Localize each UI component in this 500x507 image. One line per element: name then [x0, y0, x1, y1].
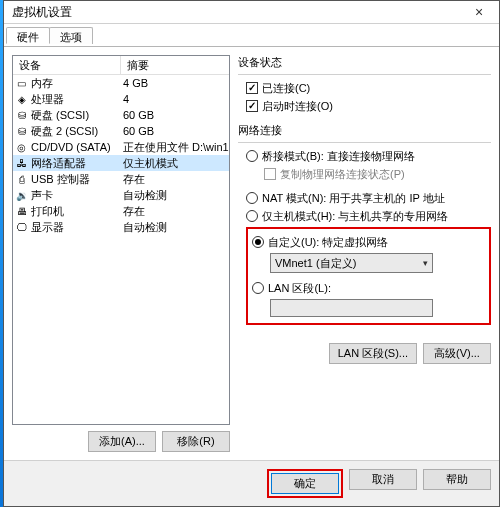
lan-segment-field	[270, 299, 433, 317]
custom-network-value: VMnet1 (自定义)	[275, 256, 356, 271]
device-summary: 自动检测	[121, 188, 229, 203]
device-summary: 存在	[121, 172, 229, 187]
custom-network-select[interactable]: VMnet1 (自定义) ▾	[270, 253, 433, 273]
replicate-checkbox: 复制物理网络连接状态(P)	[264, 165, 491, 183]
device-name: 内存	[31, 76, 53, 91]
device-row[interactable]: 🖵显示器自动检测	[13, 219, 229, 235]
device-summary: 自动检测	[121, 220, 229, 235]
bridged-radio[interactable]: 桥接模式(B): 直接连接物理网络	[246, 147, 491, 165]
display-icon: 🖵	[15, 221, 28, 234]
device-summary: 4 GB	[121, 77, 229, 89]
device-row[interactable]: ▭内存4 GB	[13, 75, 229, 91]
ok-button[interactable]: 确定	[271, 473, 339, 494]
custom-network-highlight: 自定义(U): 特定虚拟网络 VMnet1 (自定义) ▾ LAN 区段(L):	[246, 227, 491, 325]
tab-options[interactable]: 选项	[49, 27, 93, 44]
checkbox-icon	[246, 82, 258, 94]
device-summary: 60 GB	[121, 109, 229, 121]
device-row[interactable]: ⛁硬盘 (SCSI)60 GB	[13, 107, 229, 123]
help-button[interactable]: 帮助	[423, 469, 491, 490]
device-name: USB 控制器	[31, 172, 90, 187]
titlebar: 虚拟机设置 ×	[4, 1, 499, 24]
device-name: 硬盘 2 (SCSI)	[31, 124, 98, 139]
device-summary: 仅主机模式	[121, 156, 229, 171]
device-row[interactable]: 🔉声卡自动检测	[13, 187, 229, 203]
device-row[interactable]: ⛁硬盘 2 (SCSI)60 GB	[13, 123, 229, 139]
cancel-button[interactable]: 取消	[349, 469, 417, 490]
radio-icon	[246, 210, 258, 222]
tab-bar: 硬件 选项	[4, 24, 499, 47]
device-row[interactable]: ◎CD/DVD (SATA)正在使用文件 D:\win10-1\cn_...	[13, 139, 229, 155]
device-row[interactable]: ◈处理器4	[13, 91, 229, 107]
hdd-icon: ⛁	[15, 125, 28, 138]
col-header-summary[interactable]: 摘要	[121, 56, 229, 75]
hdd-icon: ⛁	[15, 109, 28, 122]
network-connection-title: 网络连接	[238, 123, 491, 138]
device-status-title: 设备状态	[238, 55, 491, 70]
device-list[interactable]: 设备 摘要 ▭内存4 GB◈处理器4⛁硬盘 (SCSI)60 GB⛁硬盘 2 (…	[12, 55, 230, 425]
device-name: CD/DVD (SATA)	[31, 141, 111, 153]
checkbox-icon	[246, 100, 258, 112]
advanced-button[interactable]: 高级(V)...	[423, 343, 491, 364]
usb-icon: ⎙	[15, 173, 28, 186]
memory-icon: ▭	[15, 77, 28, 90]
ok-button-highlight: 确定	[267, 469, 343, 498]
device-row[interactable]: 🖧网络适配器仅主机模式	[13, 155, 229, 171]
device-row[interactable]: ⎙USB 控制器存在	[13, 171, 229, 187]
add-device-button[interactable]: 添加(A)...	[88, 431, 156, 452]
network-connection-group: 网络连接 桥接模式(B): 直接连接物理网络 复制物理网络连接状态(P) NAT…	[238, 123, 491, 325]
device-summary: 60 GB	[121, 125, 229, 137]
radio-icon	[252, 236, 264, 248]
cpu-icon: ◈	[15, 93, 28, 106]
lan-segment-radio[interactable]: LAN 区段(L):	[252, 279, 485, 297]
remove-device-button[interactable]: 移除(R)	[162, 431, 230, 452]
nat-radio[interactable]: NAT 模式(N): 用于共享主机的 IP 地址	[246, 189, 491, 207]
tab-hardware[interactable]: 硬件	[6, 27, 50, 44]
window-title: 虚拟机设置	[4, 4, 459, 21]
radio-icon	[246, 150, 258, 162]
device-name: 显示器	[31, 220, 64, 235]
device-summary: 存在	[121, 204, 229, 219]
connected-checkbox[interactable]: 已连接(C)	[246, 79, 491, 97]
connect-at-poweron-checkbox[interactable]: 启动时连接(O)	[246, 97, 491, 115]
device-name: 硬盘 (SCSI)	[31, 108, 89, 123]
hostonly-radio[interactable]: 仅主机模式(H): 与主机共享的专用网络	[246, 207, 491, 225]
radio-icon	[246, 192, 258, 204]
device-name: 网络适配器	[31, 156, 86, 171]
device-name: 打印机	[31, 204, 64, 219]
dialog-footer: 确定 取消 帮助	[4, 460, 499, 506]
checkbox-icon	[264, 168, 276, 180]
device-name: 声卡	[31, 188, 53, 203]
device-status-group: 设备状态 已连接(C) 启动时连接(O)	[238, 55, 491, 115]
device-summary: 4	[121, 93, 229, 105]
device-row[interactable]: 🖶打印机存在	[13, 203, 229, 219]
lan-segments-button[interactable]: LAN 区段(S)...	[329, 343, 417, 364]
device-name: 处理器	[31, 92, 64, 107]
device-summary: 正在使用文件 D:\win10-1\cn_...	[121, 140, 229, 155]
col-header-device[interactable]: 设备	[13, 56, 121, 75]
cd-icon: ◎	[15, 141, 28, 154]
sound-icon: 🔉	[15, 189, 28, 202]
printer-icon: 🖶	[15, 205, 28, 218]
custom-radio[interactable]: 自定义(U): 特定虚拟网络	[252, 233, 485, 251]
network-icon: 🖧	[15, 157, 28, 170]
radio-icon	[252, 282, 264, 294]
vm-settings-dialog: 虚拟机设置 × 硬件 选项 设备 摘要 ▭内存4 GB◈处理器4⛁硬盘 (SCS…	[3, 0, 500, 507]
chevron-down-icon: ▾	[423, 258, 428, 268]
close-button[interactable]: ×	[459, 1, 499, 23]
